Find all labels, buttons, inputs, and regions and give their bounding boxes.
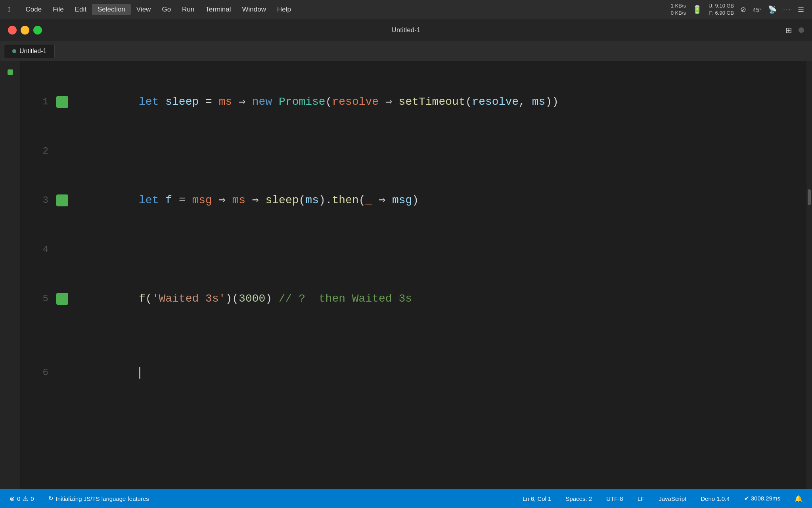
timing-text: ✔ 3008.29ms [744,495,780,502]
status-init[interactable]: ↻ Initializing JS/TS language features [45,494,152,503]
warning-icon: ⚠ [23,495,28,502]
titlebar-right-controls: ⊞ [785,25,804,35]
status-runtime[interactable]: Deno 1.0.4 [697,495,733,503]
battery-icon: 🔋 [692,5,702,14]
code-line-5: 5 f('Waited 3s')(3000) // ? then Waited … [21,262,812,336]
menu-bar:  Code File Edit Selection View Go Run T… [0,0,812,19]
line-number-1: 1 [25,90,56,114]
menu-code[interactable]: Code [20,4,48,15]
line-number-5: 5 [25,287,56,311]
tab-bar: Untitled-1 [0,41,812,61]
sync-icon: ↻ [48,495,54,502]
editor-area[interactable]: 1 let sleep = ms ⇒ new Promise(resolve ⇒… [21,61,812,489]
menu-view[interactable]: View [131,4,157,15]
status-position[interactable]: Ln 6, Col 1 [519,495,555,503]
line-number-2: 2 [25,139,56,164]
temperature: 45° [753,6,762,13]
close-button[interactable] [8,26,17,35]
code-content-6 [72,336,140,410]
code-content-3: let f = msg ⇒ ms ⇒ sleep(ms).then(_ ⇒ ms… [72,164,419,237]
tab-untitled-1[interactable]: Untitled-1 [4,44,55,58]
code-content-1: let sleep = ms ⇒ new Promise(resolve ⇒ s… [72,65,559,139]
bell-icon: 🔔 [795,495,802,502]
language-text: JavaScript [659,495,686,502]
title-bar: Untitled-1 ⊞ [0,19,812,41]
minimize-button[interactable] [21,26,29,35]
activity-bar [0,61,21,489]
status-encoding[interactable]: UTF-8 [603,495,626,503]
status-bar: ⊗ 0 ⚠ 0 ↻ Initializing JS/TS language fe… [0,489,812,508]
breadcrumb-dot [799,27,804,33]
window-title: Untitled-1 [392,26,421,34]
menu-selection[interactable]: Selection [92,4,131,15]
apple-logo-icon:  [8,6,11,14]
error-count: 0 [17,495,20,502]
statusbar-left: ⊗ 0 ⚠ 0 ↻ Initializing JS/TS language fe… [6,494,152,503]
line-number-3: 3 [25,188,56,213]
tab-modified-dot [12,49,16,53]
status-errors[interactable]: ⊗ 0 ⚠ 0 [6,494,37,503]
warning-count: 0 [31,495,34,502]
position-text: Ln 6, Col 1 [523,495,552,502]
maximize-button[interactable] [33,26,42,35]
menu-go[interactable]: Go [156,4,176,15]
menubar-right: 1 KB/s0 KB/s 🔋 U: 9.10 GBF: 6.90 GB ⊘ 45… [671,2,804,17]
scrollbar-thumb[interactable] [808,189,811,205]
menu-help[interactable]: Help [272,4,297,15]
activity-debug-run[interactable] [3,65,17,79]
line-number-4: 4 [25,237,56,262]
menu-file[interactable]: File [47,4,69,15]
line-number-6: 6 [25,360,56,385]
code-content-5: f('Waited 3s')(3000) // ? then Waited 3s [72,262,412,336]
menu-window[interactable]: Window [237,4,272,15]
menu-run[interactable]: Run [176,4,200,15]
run-indicator-3[interactable] [56,194,68,206]
code-line-4: 4 [21,237,812,262]
do-not-disturb-icon: ⊘ [740,5,746,14]
run-indicator-1[interactable] [56,96,68,108]
status-notifications[interactable]: 🔔 [791,494,806,503]
network-stats: 1 KB/s0 KB/s [671,2,686,17]
status-spaces[interactable]: Spaces: 2 [562,495,595,503]
memory-stats: U: 9.10 GBF: 6.90 GB [709,2,734,17]
airdrop-icon: 📡 [768,5,777,14]
run-indicator-dot [8,69,13,75]
statusbar-right: Ln 6, Col 1 Spaces: 2 UTF-8 LF JavaScrip… [519,494,806,503]
spaces-text: Spaces: 2 [565,495,592,502]
error-icon: ⊗ [10,495,15,502]
menu-edit[interactable]: Edit [69,4,92,15]
scrollbar-track[interactable] [806,61,812,489]
tab-label: Untitled-1 [19,48,46,55]
status-language[interactable]: JavaScript [655,495,689,503]
split-editor-icon[interactable]: ⊞ [785,25,792,35]
text-cursor [139,367,140,379]
init-message: Initializing JS/TS language features [56,495,149,502]
code-line-3: 3 let f = msg ⇒ ms ⇒ sleep(ms).then(_ ⇒ … [21,164,812,237]
status-eol[interactable]: LF [634,495,648,503]
more-icon[interactable]: ··· [783,6,791,14]
eol-text: LF [638,495,645,502]
code-line-2: 2 [21,139,812,164]
menu-terminal[interactable]: Terminal [200,4,236,15]
list-icon[interactable]: ☰ [798,5,804,14]
code-line-1: 1 let sleep = ms ⇒ new Promise(resolve ⇒… [21,65,812,139]
code-editor[interactable]: 1 let sleep = ms ⇒ new Promise(resolve ⇒… [21,65,812,410]
run-indicator-5[interactable] [56,293,68,305]
encoding-text: UTF-8 [606,495,623,502]
main-layout: 1 let sleep = ms ⇒ new Promise(resolve ⇒… [0,61,812,489]
code-line-6: 6 [21,336,812,410]
status-timing[interactable]: ✔ 3008.29ms [741,494,783,503]
window-controls [8,26,42,35]
runtime-text: Deno 1.0.4 [701,495,730,502]
